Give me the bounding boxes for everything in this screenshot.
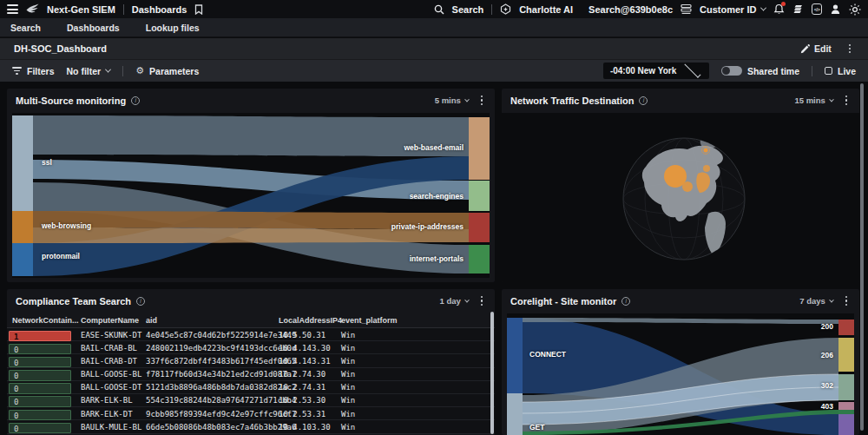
sankey-node-search-engines[interactable] bbox=[469, 181, 490, 211]
ip-value: 10.2.74.30 bbox=[279, 370, 326, 379]
shared-time-toggle[interactable] bbox=[721, 66, 742, 76]
sankey-node-206[interactable] bbox=[838, 338, 854, 372]
panel-kebab-menu[interactable] bbox=[842, 294, 851, 307]
sankey-node-200[interactable] bbox=[838, 320, 854, 335]
session-label[interactable]: Search@639b0e8c bbox=[589, 4, 673, 15]
table-scrollbar[interactable] bbox=[490, 312, 494, 434]
col-local-address[interactable]: LocalAddressIP4 bbox=[279, 316, 342, 325]
sankey-node-green[interactable] bbox=[838, 410, 854, 414]
col-event-platform[interactable]: event_platform bbox=[341, 316, 398, 325]
customer-id-dropdown[interactable]: Customer ID bbox=[700, 4, 766, 15]
sankey-node-get[interactable] bbox=[507, 393, 523, 435]
info-icon[interactable] bbox=[136, 297, 145, 306]
col-aid[interactable]: aid bbox=[146, 316, 157, 325]
page-scrollbar[interactable] bbox=[860, 83, 864, 431]
col-computer-name[interactable]: ComputerName bbox=[81, 316, 139, 325]
platform-value: Win bbox=[341, 370, 355, 379]
ip-value: 10.2.74.31 bbox=[279, 383, 326, 392]
globe-svg[interactable] bbox=[502, 113, 859, 282]
secondary-nav: Search Dashboards Lookup files bbox=[0, 18, 868, 37]
traffic-hotspot-northeast bbox=[703, 165, 710, 172]
traffic-hotspot-dot bbox=[704, 148, 708, 153]
sankey-node-ssl[interactable] bbox=[12, 115, 33, 211]
platform-value: Win bbox=[341, 423, 355, 432]
aid-value: 4e045e5c87c04d62bf5225914e7e3449 bbox=[146, 331, 296, 339]
sankey-node-302[interactable] bbox=[838, 374, 854, 400]
live-control[interactable]: Live bbox=[825, 66, 856, 76]
section-label[interactable]: Dashboards bbox=[132, 4, 187, 15]
charlotte-ai-icon bbox=[500, 3, 511, 15]
contained-status-cell: 0 bbox=[9, 357, 71, 368]
sankey-node-403[interactable] bbox=[838, 402, 854, 410]
search-icon[interactable] bbox=[434, 4, 444, 15]
filter-bar: Filters No filter Parameters -04:00 New … bbox=[0, 59, 868, 82]
edit-button[interactable]: Edit bbox=[800, 43, 832, 54]
panel-header: Multi-Source monitoring 5 mins bbox=[7, 89, 495, 112]
parameters-button[interactable]: Parameters bbox=[135, 65, 199, 76]
filter-value-dropdown[interactable]: No filter bbox=[67, 66, 111, 76]
panel-kebab-menu[interactable] bbox=[477, 94, 486, 107]
dashboard-kebab-menu[interactable] bbox=[845, 43, 854, 56]
global-search-label[interactable]: Search bbox=[452, 4, 484, 15]
pencil-icon bbox=[800, 44, 810, 54]
contained-status-cell: 0 bbox=[9, 396, 71, 407]
table-row[interactable]: 0 BAIL-CRAB-BL 248002119edb4223bc9f4193d… bbox=[7, 341, 495, 354]
chevron-down-icon bbox=[829, 297, 834, 302]
platform-value: Win bbox=[341, 357, 355, 366]
timezone-select[interactable]: -04:00 New York bbox=[603, 63, 709, 79]
panel-header: Compliance Team Search 1 day bbox=[7, 289, 495, 313]
table-row[interactable]: 0 BAULK-MULE-BL 66de5b08086b48b083ec7a46… bbox=[7, 420, 495, 433]
chevron-down-icon bbox=[685, 62, 701, 78]
time-range-select[interactable]: 7 days bbox=[799, 296, 833, 306]
tab-search[interactable]: Search bbox=[10, 23, 41, 33]
sankey-node-private-ip-addresses[interactable] bbox=[469, 213, 490, 242]
assistant-label[interactable]: Charlotte AI bbox=[519, 4, 573, 15]
sankey-chart-multi-source: ssl web-browsing protonmail web-based-em… bbox=[12, 113, 490, 278]
code-console-icon[interactable] bbox=[812, 3, 822, 15]
aid-value: 248002119edb4223bc9f4193dcc6eb0d bbox=[146, 344, 296, 353]
bookmark-icon[interactable] bbox=[194, 4, 203, 15]
ip-value: 10.4.143.30 bbox=[279, 344, 331, 353]
live-checkbox[interactable] bbox=[825, 67, 832, 75]
table-row[interactable]: 0 BAIL-CRAB-DT 337f6c872dbf4f3483b617f45… bbox=[7, 354, 495, 367]
table-row[interactable]: 0 BALL-GOOSE-DT 5121d3b8896a486b8db7da03… bbox=[7, 381, 495, 394]
ip-value: 10.2.53.31 bbox=[279, 410, 326, 419]
sankey-node-connect[interactable] bbox=[507, 318, 523, 393]
time-range-value: 1 day bbox=[440, 296, 461, 306]
info-icon[interactable] bbox=[621, 297, 630, 306]
time-range-select[interactable]: 15 mins bbox=[794, 96, 832, 105]
repository-icon[interactable] bbox=[681, 3, 692, 15]
tab-dashboards[interactable]: Dashboards bbox=[67, 23, 120, 33]
ip-value: 10.2.53.30 bbox=[279, 396, 326, 405]
panel-kebab-menu[interactable] bbox=[477, 294, 486, 307]
sankey-node-web-based-email[interactable] bbox=[469, 117, 490, 180]
panel-kebab-menu[interactable] bbox=[842, 94, 851, 107]
notifications-bell-icon[interactable] bbox=[773, 3, 785, 15]
filters-button[interactable]: Filters bbox=[12, 66, 55, 76]
chevron-down-icon bbox=[829, 96, 834, 102]
sankey-node-protonmail[interactable] bbox=[12, 243, 33, 276]
user-icon[interactable] bbox=[830, 3, 841, 15]
time-range-select[interactable]: 5 mins bbox=[435, 96, 469, 105]
table-body: 1 EASE-SKUNK-DT 4e045e5c87c04d62bf522591… bbox=[7, 328, 495, 434]
tab-lookup-files[interactable]: Lookup files bbox=[146, 23, 200, 33]
table-row[interactable]: 0 BARK-ELK-DT 9cbb985f89394efd9c42e97cff… bbox=[7, 407, 495, 420]
info-icon[interactable] bbox=[639, 96, 648, 105]
hamburger-menu-icon[interactable] bbox=[7, 4, 18, 14]
panel-compliance-team-search: Compliance Team Search 1 day NetworkCont… bbox=[7, 289, 495, 435]
sankey-node-purple[interactable] bbox=[838, 414, 854, 435]
computer-name: BAIL-CRAB-DT bbox=[81, 357, 137, 366]
sankey-node-web-browsing[interactable] bbox=[12, 211, 33, 243]
table-row[interactable]: 1 EASE-SKUNK-DT 4e045e5c87c04d62bf522591… bbox=[7, 328, 495, 341]
panel-title: Corelight - Site monitor bbox=[510, 296, 616, 306]
col-network-contain[interactable]: NetworkContain... bbox=[12, 316, 79, 325]
table-row[interactable]: 0 BARK-ELK-BL 554c319c88244b28a97647271d… bbox=[7, 394, 495, 407]
table-row[interactable]: 0 BALL-GOOSE-BL f78117fb60d34e34b21ed2cd… bbox=[7, 368, 495, 381]
theme-sun-icon[interactable] bbox=[849, 3, 861, 16]
shared-time-control[interactable]: Shared time bbox=[721, 66, 799, 76]
stack-icon[interactable] bbox=[792, 3, 804, 15]
info-icon[interactable] bbox=[131, 96, 140, 105]
panel-corelight-site-monitor: Corelight - Site monitor 7 days bbox=[502, 289, 859, 435]
sankey-node-internet-portals[interactable] bbox=[469, 245, 490, 274]
time-range-select[interactable]: 1 day bbox=[440, 296, 469, 306]
